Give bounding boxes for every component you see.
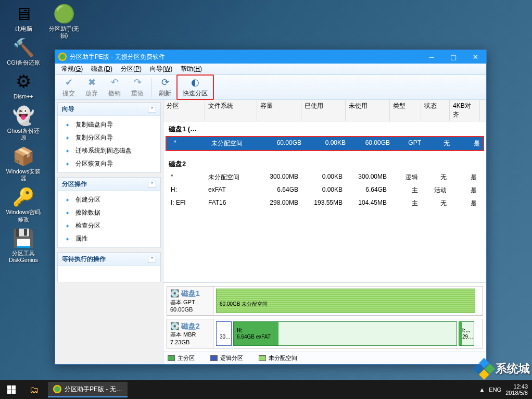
desktop-icon[interactable]: 🟢分区助手(无损) [46, 3, 82, 39]
pending-head[interactable]: 等待执行的操作 ⌃ [58, 253, 160, 266]
desktop-icon[interactable]: 💾分区工具DiskGenius [5, 227, 42, 264]
viz-bars: 60.00GB 未分配空间 [214, 286, 483, 315]
item-icon: 🔹 [63, 222, 71, 230]
panel-item[interactable]: 🔹复制分区向导 [58, 131, 160, 144]
language-indicator[interactable]: ENG [489, 386, 501, 393]
partition-ops-panel: 分区操作 ⌃ 🔹创建分区🔹擦除数据🔹检查分区🔹属性 [57, 177, 161, 248]
viz-disk-label[interactable]: 💽 磁盘1基本 GPT60.00GB [167, 286, 214, 315]
key-icon: 🔑 [12, 186, 34, 208]
toolbar-icon: ↷ [132, 77, 143, 88]
disk-icon: 💽 磁盘2 [170, 321, 210, 331]
menu-d[interactable]: 磁盘(D) [87, 64, 117, 74]
clock-time: 12:43 [505, 383, 528, 390]
menu-p[interactable]: 分区(P) [117, 64, 146, 74]
collapse-icon[interactable]: ⌃ [148, 181, 156, 188]
watermark-logo-icon [475, 359, 493, 378]
desktop-icon[interactable]: 🔑Windows密码修改 [5, 186, 42, 222]
panel-item[interactable]: 🔹属性 [58, 232, 160, 245]
panel-item[interactable]: 🔹创建分区 [58, 193, 160, 206]
pending-items [58, 266, 160, 282]
menu-w[interactable]: 向导(W) [146, 64, 176, 74]
taskbar-app-item[interactable]: 分区助手PE版 - 无… [48, 382, 128, 397]
toolbar-刷新[interactable]: ⟳刷新 [154, 76, 176, 99]
disk-header[interactable]: 磁盘2 [163, 156, 486, 171]
col-header[interactable]: 状态 [421, 100, 450, 121]
col-header[interactable]: 文件系统 [205, 100, 257, 121]
desktop-icon-label: 此电脑 [15, 26, 32, 32]
col-header[interactable]: 4KB对齐 [450, 100, 480, 121]
legend-logical: 逻辑分区 [210, 354, 243, 362]
wizard-title: 向导 [62, 105, 74, 114]
wizard-panel-head[interactable]: 向导 ⌃ [58, 103, 160, 116]
disk-header[interactable]: 磁盘1 (… [163, 121, 486, 136]
start-button[interactable] [0, 380, 23, 399]
left-panel: 向导 ⌃ 🔹复制磁盘向导🔹复制分区向导🔹迁移系统到固态磁盘🔹分区恢复向导 分区操… [55, 100, 163, 364]
toolbar-重做[interactable]: ↷重做 [126, 76, 149, 99]
system-tray[interactable]: ▲ ENG 12:43 2018/5/8 [479, 383, 532, 396]
window-controls: ─ ▢ ✕ [421, 50, 486, 64]
panel-item[interactable]: 🔹检查分区 [58, 219, 160, 232]
minimize-button[interactable]: ─ [421, 50, 442, 64]
item-icon: 🔹 [63, 121, 71, 129]
toolbar-快速分区[interactable]: ◐快速分区 [176, 74, 214, 100]
col-header[interactable]: 容量 [257, 100, 301, 121]
file-explorer-pin[interactable]: 🗂 [23, 380, 46, 399]
menubar: 常规(G)磁盘(D)分区(P)向导(W)帮助(H) [55, 64, 486, 75]
item-icon: 🔹 [63, 160, 71, 168]
table-row[interactable]: H:exFAT6.64GB0.00KB6.64GB主活动是 [163, 184, 486, 197]
panel-item-label: 分区恢复向导 [75, 159, 113, 168]
menu-h[interactable]: 帮助(H) [176, 64, 206, 74]
toolbar-撤销[interactable]: ↶撤销 [103, 76, 126, 99]
maximize-button[interactable]: ▢ [442, 50, 464, 64]
legend-unalloc: 未分配空间 [259, 354, 297, 362]
tray-icon[interactable]: ▲ [479, 386, 485, 393]
viz-disk-label[interactable]: 💽 磁盘2基本 MBR7.23GB [167, 319, 214, 348]
desktop-icon-label: 分区助手(无损) [46, 26, 82, 39]
desktop-icon-label: 分区工具DiskGenius [5, 250, 42, 264]
partition-ops-title: 分区操作 [62, 180, 87, 189]
collapse-icon[interactable]: ⌃ [148, 256, 156, 263]
toolbar-提交[interactable]: ✔提交 [57, 76, 80, 99]
panel-item-label: 复制磁盘向导 [75, 120, 113, 129]
viz-segment[interactable]: H:6.64GB exFAT [233, 321, 457, 346]
desktop-icon-label: CGI备份还原 [7, 59, 40, 66]
panel-item[interactable]: 🔹复制磁盘向导 [58, 118, 160, 131]
legend: 主分区 逻辑分区 未分配空间 [163, 352, 486, 364]
menu-g[interactable]: 常规(G) [57, 64, 87, 74]
clock-date: 2018/5/8 [505, 390, 528, 396]
col-header[interactable]: 分区 [163, 100, 205, 121]
disk-icon: 💽 磁盘1 [170, 289, 210, 298]
desktop-icon[interactable]: 🖥此电脑 [5, 3, 42, 32]
toolbar-icon: ✖ [86, 77, 97, 88]
table-row[interactable]: *未分配空间60.00GB0.00KB60.00GBGPT无是 [167, 137, 483, 150]
desktop-icons-col2: 🟢分区助手(无损) [46, 3, 82, 39]
col-header[interactable]: 类型 [390, 100, 421, 121]
table-row[interactable]: *未分配空间300.00MB0.00KB300.00MB逻辑无是 [163, 171, 486, 184]
clock[interactable]: 12:43 2018/5/8 [505, 383, 528, 396]
toolbar-label: 提交 [62, 89, 75, 98]
close-button[interactable]: ✕ [464, 50, 486, 64]
table-row[interactable]: I: EFIFAT16298.00MB193.55MB104.45MB主无是 [163, 197, 486, 210]
desktop-icon[interactable]: 🔨CGI备份还原 [5, 36, 42, 66]
panel-item[interactable]: 🔹擦除数据 [58, 206, 160, 219]
partition-ops-head[interactable]: 分区操作 ⌃ [58, 178, 160, 191]
legend-primary: 主分区 [168, 354, 195, 362]
desktop-icon[interactable]: 👻Ghost备份还原 [5, 105, 42, 141]
toolbar-label: 刷新 [159, 89, 171, 98]
titlebar[interactable]: 分区助手PE版 - 无损分区免费软件 ─ ▢ ✕ [55, 50, 486, 64]
toolbar-label: 快速分区 [183, 89, 208, 98]
toolbar-label: 重做 [131, 89, 144, 98]
desktop-icon[interactable]: ⚙Dism++ [5, 70, 42, 100]
viz-segment[interactable]: 60.00GB 未分配空间 [216, 289, 475, 313]
collapse-icon[interactable]: ⌃ [148, 106, 156, 113]
panel-item[interactable]: 🔹分区恢复向导 [58, 157, 160, 170]
toolbar-放弃[interactable]: ✖放弃 [80, 76, 103, 99]
col-header[interactable]: 未使用 [346, 100, 390, 121]
panel-item-label: 迁移系统到固态磁盘 [75, 146, 132, 155]
viz-segment[interactable]: I:…29… [459, 321, 474, 346]
col-header[interactable]: 已使用 [301, 100, 346, 121]
desktop-icon[interactable]: 📦Windows安装器 [5, 145, 42, 182]
viz-segment[interactable]: 30… [216, 321, 232, 346]
panel-item[interactable]: 🔹迁移系统到固态磁盘 [58, 144, 160, 157]
item-icon: 🔹 [63, 209, 71, 217]
